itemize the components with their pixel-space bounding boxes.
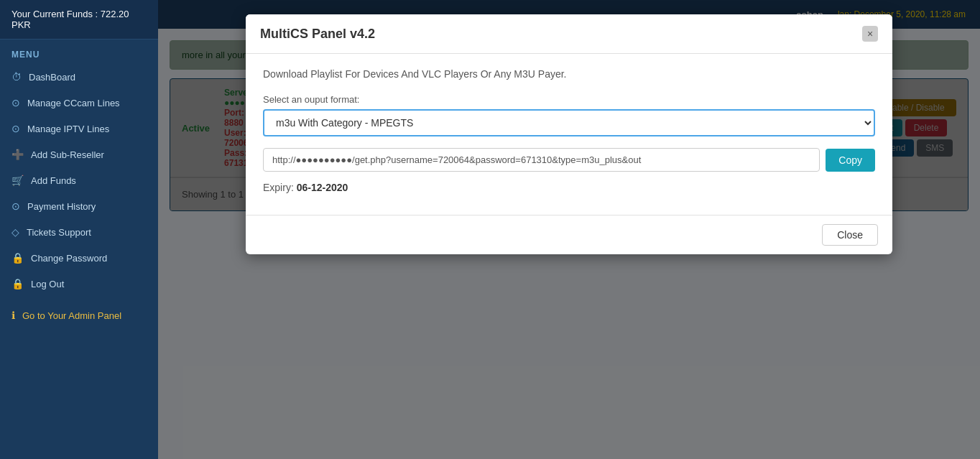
info-icon: ℹ xyxy=(11,310,15,321)
modal-description: Download Playlist For Devices And VLC Pl… xyxy=(263,68,875,80)
modal-header: MultiCS Panel v4.2 × xyxy=(246,14,892,54)
format-label: Select an ouput format: xyxy=(263,94,875,105)
modal-overlay: MultiCS Panel v4.2 × Download Playlist F… xyxy=(158,0,980,459)
sidebar-item-label: Change Password xyxy=(31,253,107,264)
plus-icon: ➕ xyxy=(11,149,24,160)
circle-icon: ⊙ xyxy=(11,97,20,108)
modal-footer: Close xyxy=(246,215,892,254)
sidebar-item-tickets-support[interactable]: ◇ Tickets Support xyxy=(0,219,158,245)
sidebar-item-manage-cccam[interactable]: ⊙ Manage CCcam Lines xyxy=(0,90,158,116)
sidebar-item-label: Go to Your Admin Panel xyxy=(22,310,121,321)
modal-close-button[interactable]: × xyxy=(862,26,878,42)
sidebar-header: Your Current Funds : 722.20 PKR xyxy=(0,0,158,40)
expiry-label: Expiry: xyxy=(263,182,294,193)
modal-body: Download Playlist For Devices And VLC Pl… xyxy=(246,54,892,215)
sidebar-item-dashboard[interactable]: ⏱ DashBoard xyxy=(0,64,158,90)
copy-button[interactable]: Copy xyxy=(826,149,875,172)
format-group: Select an ouput format: m3u With Categor… xyxy=(263,94,875,136)
clock-icon: ⏱ xyxy=(11,71,22,83)
sidebar-item-label: Log Out xyxy=(31,279,64,289)
sidebar-item-add-sub-reseller[interactable]: ➕ Add Sub-Reseller xyxy=(0,142,158,167)
sidebar-item-add-funds[interactable]: 🛒 Add Funds xyxy=(0,167,158,193)
funds-label: Your Current Funds : 722.20 PKR xyxy=(11,9,129,30)
expiry-row: Expiry: 06-12-2020 xyxy=(263,182,875,193)
sidebar-item-payment-history[interactable]: ⊙ Payment History xyxy=(0,193,158,219)
sidebar-item-label: Add Sub-Reseller xyxy=(31,149,104,160)
url-input[interactable] xyxy=(263,148,820,172)
main-content: ashan lan: December 5, 2020, 11:28 am mo… xyxy=(158,0,980,459)
logout-lock-icon: 🔒 xyxy=(11,278,24,289)
sidebar: Your Current Funds : 722.20 PKR MENU ⏱ D… xyxy=(0,0,158,459)
sidebar-item-change-password[interactable]: 🔒 Change Password xyxy=(0,245,158,271)
circle-icon-2: ⊙ xyxy=(11,123,20,134)
sidebar-item-admin-panel[interactable]: ℹ Go to Your Admin Panel xyxy=(0,302,158,328)
menu-label: MENU xyxy=(0,40,158,64)
sidebar-item-label: DashBoard xyxy=(29,72,75,83)
sidebar-item-label: Manage CCcam Lines xyxy=(27,98,120,108)
sidebar-item-label: Payment History xyxy=(27,201,96,212)
lock-icon: 🔒 xyxy=(11,252,24,264)
sidebar-item-label: Add Funds xyxy=(31,175,76,186)
modal-dialog: MultiCS Panel v4.2 × Download Playlist F… xyxy=(246,14,892,254)
sidebar-item-label: Manage IPTV Lines xyxy=(27,124,109,134)
expiry-date: 06-12-2020 xyxy=(297,182,348,193)
sidebar-item-label: Tickets Support xyxy=(27,227,91,238)
modal-footer-close-button[interactable]: Close xyxy=(822,224,878,246)
history-icon: ⊙ xyxy=(11,200,20,212)
cart-icon: 🛒 xyxy=(11,175,24,186)
sidebar-item-manage-iptv[interactable]: ⊙ Manage IPTV Lines xyxy=(0,116,158,142)
diamond-icon: ◇ xyxy=(11,226,19,238)
sidebar-item-logout[interactable]: 🔒 Log Out xyxy=(0,271,158,297)
modal-title: MultiCS Panel v4.2 xyxy=(260,27,375,42)
url-row: Copy xyxy=(263,148,875,172)
format-select[interactable]: m3u With Category - MPEGTS m3u - MPEGTS … xyxy=(263,109,875,136)
